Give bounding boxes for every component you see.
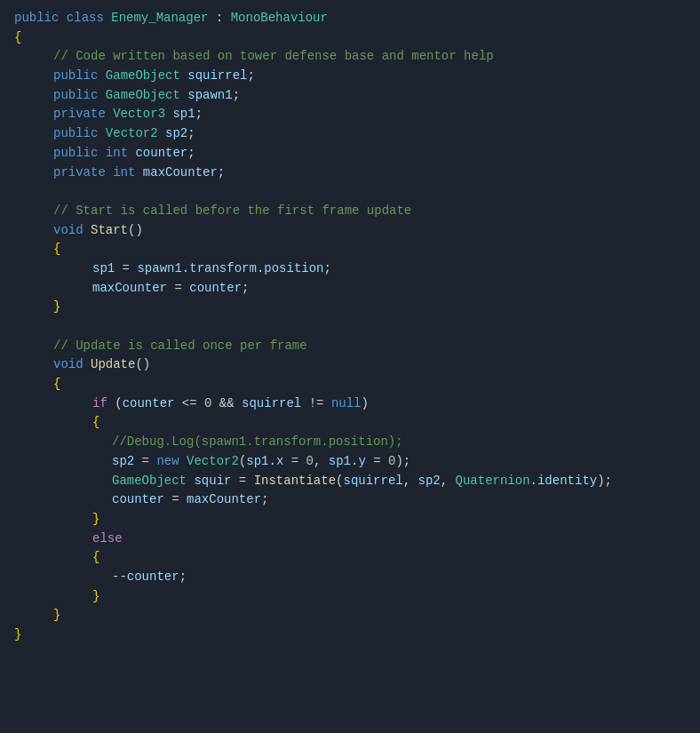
code-line-3: // Code written based on tower defense b… <box>14 47 686 67</box>
code-line-27: } <box>14 510 686 530</box>
code-line-17 <box>14 317 686 337</box>
code-editor: public class Enemy_Manager : MonoBehavio… <box>0 0 700 733</box>
code-line-7: public Vector2 sp2; <box>14 124 686 144</box>
code-line-29: { <box>14 548 686 568</box>
code-line-15: maxCounter = counter; <box>14 279 686 299</box>
code-line-31: } <box>14 587 686 607</box>
code-line-24: sp2 = new Vector2(sp1.x = 0, sp1.y = 0); <box>14 452 686 472</box>
code-line-9: private int maxCounter; <box>14 163 686 183</box>
code-line-30: --counter; <box>14 568 686 587</box>
code-line-14: sp1 = spawn1.transform.position; <box>14 259 686 279</box>
code-line-32: } <box>14 606 686 625</box>
code-line-26: counter = maxCounter; <box>14 490 686 510</box>
code-line-23: //Debug.Log(spawn1.transform.position); <box>14 433 686 452</box>
code-line-20: { <box>14 375 686 394</box>
code-line-6: private Vector3 sp1; <box>14 105 686 124</box>
code-line-28: else <box>14 530 686 549</box>
code-line-8: public int counter; <box>14 144 686 163</box>
code-line-5: public GameObject spawn1; <box>14 86 686 106</box>
code-line-33: } <box>14 625 686 645</box>
code-line-22: { <box>14 413 686 433</box>
code-line-13: { <box>14 240 686 259</box>
code-line-4: public GameObject squirrel; <box>14 67 686 86</box>
code-line-18: // Update is called once per frame <box>14 337 686 356</box>
code-line-1: public class Enemy_Manager : MonoBehavio… <box>14 9 686 28</box>
code-line-12: void Start() <box>14 221 686 241</box>
code-line-10 <box>14 182 686 202</box>
code-line-11: // Start is called before the first fram… <box>14 202 686 221</box>
code-line-21: if (counter <= 0 && squirrel != null) <box>14 394 686 414</box>
code-line-16: } <box>14 298 686 317</box>
code-line-2: { <box>14 28 686 48</box>
code-line-19: void Update() <box>14 355 686 375</box>
code-line-25: GameObject squir = Instantiate(squirrel,… <box>14 472 686 491</box>
